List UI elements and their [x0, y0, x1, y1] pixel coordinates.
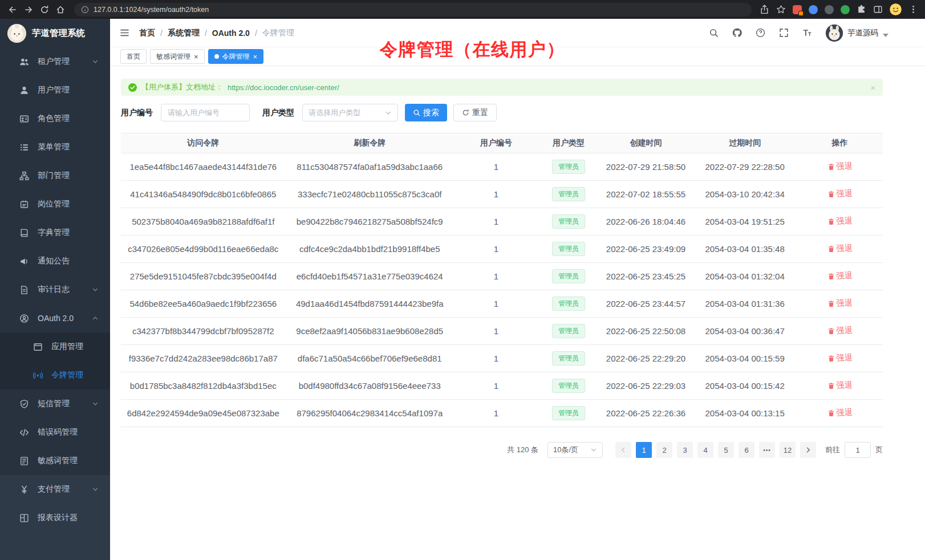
- refresh-button[interactable]: [36, 2, 52, 18]
- user-menu[interactable]: 芋道源码: [826, 25, 889, 42]
- table-row: f9336e7c7dd242a283ee98dc86b17a87dfa6c71a…: [121, 345, 883, 372]
- force-logout-button[interactable]: 强退: [827, 189, 853, 199]
- user-id-cell: 1: [454, 153, 538, 181]
- page-button-3[interactable]: 3: [677, 442, 693, 458]
- help-icon[interactable]: [754, 27, 766, 39]
- sidebar-item-sensitive-word[interactable]: 敏感词管理: [0, 447, 110, 475]
- force-logout-button[interactable]: 强退: [827, 161, 853, 172]
- trash-icon: [827, 273, 835, 280]
- force-logout-button[interactable]: 强退: [827, 298, 853, 309]
- user-type-cell: 管理员: [538, 153, 599, 181]
- access-token-cell: 1ea5e44f8bc1467aaede43144f31de76: [121, 153, 286, 181]
- user-id-input[interactable]: [161, 104, 250, 121]
- yen-icon: [19, 485, 29, 494]
- doc-link[interactable]: https://doc.iocoder.cn/user-center/: [228, 83, 339, 92]
- page-button-5[interactable]: 5: [718, 442, 734, 458]
- close-tab-icon[interactable]: ×: [194, 53, 198, 60]
- force-logout-button[interactable]: 强退: [827, 216, 853, 226]
- create-time-cell: 2022-06-26 18:04:46: [599, 208, 693, 236]
- table-row: c342377bf8b344799dcbf7bf095287f29ce8ef2a…: [121, 318, 883, 345]
- browser-profile-avatar[interactable]: [890, 3, 902, 15]
- sidebar-item-pay[interactable]: 支付管理: [0, 475, 110, 504]
- page-size-select[interactable]: 10条/页: [547, 442, 603, 458]
- browser-menu-icon[interactable]: [908, 5, 918, 14]
- extension-green-icon[interactable]: [841, 5, 850, 14]
- extensions-puzzle-icon[interactable]: [857, 5, 866, 14]
- sidebar-item-user[interactable]: 用户管理: [0, 76, 110, 104]
- back-button[interactable]: [5, 2, 21, 18]
- force-logout-button[interactable]: 强退: [827, 244, 853, 254]
- force-logout-button[interactable]: 强退: [827, 326, 853, 336]
- sidebar-item-post[interactable]: 岗位管理: [0, 190, 110, 218]
- force-logout-label: 强退: [837, 161, 853, 172]
- share-icon[interactable]: [760, 5, 769, 14]
- sidebar-item-audit-log[interactable]: 审计日志: [0, 275, 110, 304]
- chevron-up-icon: [92, 315, 99, 322]
- split-view-icon[interactable]: [873, 5, 883, 14]
- url-bar[interactable]: 127.0.0.1:1024/system/oauth2/token: [74, 3, 752, 17]
- breadcrumb-item-1[interactable]: 系统管理: [168, 28, 200, 38]
- page-button-more[interactable]: •••: [759, 442, 775, 458]
- user-type-tag: 管理员: [552, 297, 585, 311]
- sidebar-item-oauth2-app[interactable]: 应用管理: [0, 332, 110, 361]
- sidebar-item-report-designer[interactable]: 报表设计器: [0, 504, 110, 532]
- sidebar-item-dept[interactable]: 部门管理: [0, 161, 110, 190]
- create-time-cell: 2022-06-25 22:29:20: [599, 345, 693, 372]
- breadcrumb-item-2[interactable]: OAuth 2.0: [212, 29, 250, 38]
- page-button-2[interactable]: 2: [656, 442, 672, 458]
- app-logo[interactable]: 芋道管理系统: [0, 19, 110, 47]
- force-logout-button[interactable]: 强退: [827, 408, 853, 418]
- reset-button[interactable]: 重置: [453, 104, 497, 121]
- sidebar-item-error-code[interactable]: 错误码管理: [0, 418, 110, 447]
- fullscreen-icon[interactable]: [778, 27, 789, 39]
- extension-dark-icon[interactable]: [825, 5, 834, 14]
- sidebar-item-role[interactable]: 角色管理: [0, 104, 110, 133]
- breadcrumb-separator: /: [160, 29, 163, 38]
- page-button-1[interactable]: 1: [636, 442, 652, 458]
- page-button-12[interactable]: 12: [780, 442, 796, 458]
- success-check-icon: [128, 83, 137, 92]
- search-button[interactable]: 搜索: [405, 104, 447, 121]
- force-logout-button[interactable]: 强退: [827, 353, 853, 363]
- forward-button[interactable]: [21, 2, 36, 18]
- github-icon[interactable]: [731, 27, 743, 39]
- user-type-label: 用户类型: [262, 108, 294, 118]
- page-button-6[interactable]: 6: [739, 442, 754, 458]
- force-logout-button[interactable]: 强退: [827, 380, 853, 391]
- sidebar-item-label: 令牌管理: [51, 370, 99, 380]
- user-type-cell: 管理员: [538, 318, 599, 345]
- close-alert-icon[interactable]: ×: [870, 83, 875, 92]
- refresh-token-cell: 333ecfc71e02480cb11055c875c3ca0f: [286, 181, 454, 208]
- create-time-cell: 2022-06-25 23:44:57: [599, 290, 693, 318]
- extension-blue-icon[interactable]: [809, 5, 818, 14]
- sidebar-item-tenant[interactable]: 租户管理: [0, 47, 110, 76]
- prev-page-button[interactable]: [615, 442, 631, 458]
- select-placeholder: 请选择用户类型: [309, 108, 360, 118]
- user-type-select[interactable]: 请选择用户类型: [302, 104, 398, 121]
- home-button[interactable]: [52, 2, 68, 18]
- font-size-icon[interactable]: [801, 27, 813, 39]
- bookmark-star-icon[interactable]: [776, 5, 786, 14]
- sidebar-item-oauth2[interactable]: OAuth 2.0: [0, 304, 110, 332]
- extension-red-icon[interactable]: [793, 5, 802, 14]
- breadcrumb-item-0[interactable]: 首页: [139, 28, 155, 38]
- user-name: 芋道源码: [847, 28, 878, 38]
- goto-page-input[interactable]: [845, 442, 871, 458]
- tab-home[interactable]: 首页: [120, 49, 147, 64]
- sidebar-item-sms[interactable]: 短信管理: [0, 389, 110, 418]
- sidebar-item-notice[interactable]: 通知公告: [0, 247, 110, 275]
- tab-token[interactable]: 令牌管理×: [208, 49, 264, 64]
- page-button-4[interactable]: 4: [697, 442, 713, 458]
- force-logout-button[interactable]: 强退: [827, 271, 853, 281]
- action-cell: 强退: [797, 236, 883, 263]
- tab-sensitive-word[interactable]: 敏感词管理×: [150, 49, 205, 64]
- sidebar-item-dict[interactable]: 字典管理: [0, 218, 110, 247]
- close-tab-icon[interactable]: ×: [253, 53, 258, 60]
- sidebar-item-oauth2-token[interactable]: 令牌管理: [0, 361, 110, 389]
- next-page-button[interactable]: [800, 442, 816, 458]
- collapse-menu-icon[interactable]: [119, 27, 130, 39]
- search-icon[interactable]: [708, 27, 719, 39]
- column-header: 过期时间: [693, 133, 797, 153]
- sidebar-item-menu[interactable]: 菜单管理: [0, 133, 110, 161]
- info-icon[interactable]: [81, 6, 89, 14]
